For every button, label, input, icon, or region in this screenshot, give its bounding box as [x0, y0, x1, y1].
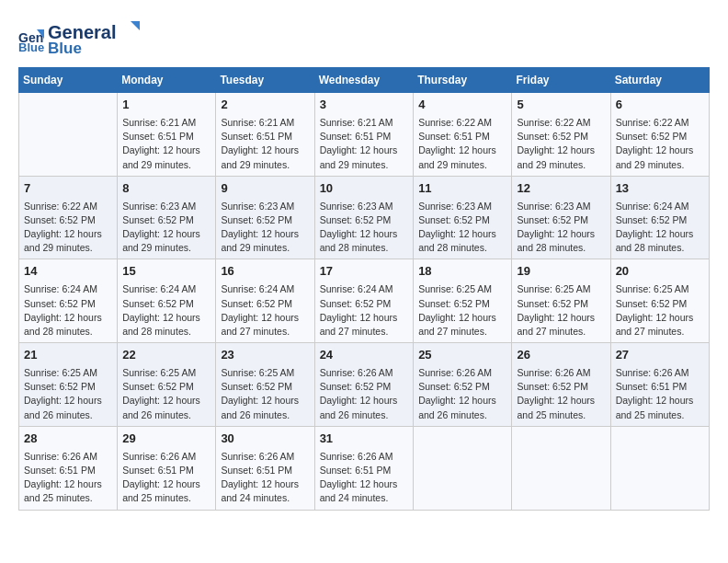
day-cell: 12Sunrise: 6:23 AM Sunset: 6:52 PM Dayli… — [512, 176, 610, 259]
day-number: 6 — [616, 97, 704, 114]
day-cell: 13Sunrise: 6:24 AM Sunset: 6:52 PM Dayli… — [610, 176, 709, 259]
day-cell: 7Sunrise: 6:22 AM Sunset: 6:52 PM Daylig… — [19, 176, 118, 259]
day-info: Sunrise: 6:25 AM Sunset: 6:52 PM Dayligh… — [418, 282, 506, 339]
day-info: Sunrise: 6:25 AM Sunset: 6:52 PM Dayligh… — [122, 366, 210, 422]
day-info: Sunrise: 6:26 AM Sunset: 6:51 PM Dayligh… — [24, 450, 112, 506]
day-cell — [610, 426, 709, 510]
day-info: Sunrise: 6:21 AM Sunset: 6:51 PM Dayligh… — [320, 116, 409, 172]
day-cell: 14Sunrise: 6:24 AM Sunset: 6:52 PM Dayli… — [19, 259, 118, 343]
logo-icon: General Blue — [18, 26, 44, 52]
calendar-table: SundayMondayTuesdayWednesdayThursdayFrid… — [18, 67, 710, 511]
day-cell: 2Sunrise: 6:21 AM Sunset: 6:51 PM Daylig… — [216, 93, 314, 177]
day-info: Sunrise: 6:23 AM Sunset: 6:52 PM Dayligh… — [418, 200, 506, 256]
day-number: 17 — [320, 263, 409, 281]
day-number: 19 — [517, 263, 605, 281]
day-info: Sunrise: 6:24 AM Sunset: 6:52 PM Dayligh… — [616, 200, 704, 256]
day-number: 31 — [320, 431, 409, 448]
day-number: 3 — [320, 97, 409, 114]
day-cell: 30Sunrise: 6:26 AM Sunset: 6:51 PM Dayli… — [216, 426, 314, 510]
day-number: 12 — [517, 180, 605, 198]
day-number: 26 — [517, 347, 605, 364]
day-info: Sunrise: 6:25 AM Sunset: 6:52 PM Dayligh… — [616, 282, 704, 339]
week-row-3: 14Sunrise: 6:24 AM Sunset: 6:52 PM Dayli… — [19, 259, 710, 343]
day-info: Sunrise: 6:21 AM Sunset: 6:51 PM Dayligh… — [221, 116, 309, 172]
day-number: 9 — [221, 180, 309, 198]
day-cell: 5Sunrise: 6:22 AM Sunset: 6:52 PM Daylig… — [512, 93, 610, 177]
day-info: Sunrise: 6:23 AM Sunset: 6:52 PM Dayligh… — [221, 200, 309, 256]
day-number: 18 — [418, 263, 506, 281]
header-cell-saturday: Saturday — [610, 68, 709, 93]
logo: General Blue General Blue — [18, 18, 140, 58]
day-cell: 22Sunrise: 6:25 AM Sunset: 6:52 PM Dayli… — [118, 343, 216, 427]
day-number: 5 — [517, 97, 605, 114]
day-cell: 19Sunrise: 6:25 AM Sunset: 6:52 PM Dayli… — [512, 259, 610, 343]
day-cell: 15Sunrise: 6:24 AM Sunset: 6:52 PM Dayli… — [118, 259, 216, 343]
day-number: 21 — [24, 347, 112, 364]
day-info: Sunrise: 6:26 AM Sunset: 6:51 PM Dayligh… — [616, 366, 704, 422]
day-info: Sunrise: 6:26 AM Sunset: 6:52 PM Dayligh… — [517, 366, 605, 422]
header-cell-sunday: Sunday — [19, 68, 118, 93]
day-info: Sunrise: 6:23 AM Sunset: 6:52 PM Dayligh… — [122, 200, 210, 256]
day-number: 11 — [418, 180, 506, 198]
day-info: Sunrise: 6:24 AM Sunset: 6:52 PM Dayligh… — [122, 282, 210, 339]
day-cell: 17Sunrise: 6:24 AM Sunset: 6:52 PM Dayli… — [314, 259, 414, 343]
day-info: Sunrise: 6:25 AM Sunset: 6:52 PM Dayligh… — [24, 366, 112, 422]
day-info: Sunrise: 6:21 AM Sunset: 6:51 PM Dayligh… — [122, 116, 210, 172]
day-number: 20 — [616, 263, 704, 281]
day-info: Sunrise: 6:26 AM Sunset: 6:51 PM Dayligh… — [221, 450, 309, 506]
day-info: Sunrise: 6:23 AM Sunset: 6:52 PM Dayligh… — [320, 200, 409, 256]
header-cell-monday: Monday — [118, 68, 216, 93]
day-info: Sunrise: 6:22 AM Sunset: 6:52 PM Dayligh… — [517, 116, 605, 172]
day-cell: 18Sunrise: 6:25 AM Sunset: 6:52 PM Dayli… — [414, 259, 512, 343]
day-number: 8 — [122, 180, 210, 198]
day-cell: 31Sunrise: 6:26 AM Sunset: 6:51 PM Dayli… — [314, 426, 414, 510]
day-info: Sunrise: 6:24 AM Sunset: 6:52 PM Dayligh… — [221, 282, 309, 339]
header-cell-thursday: Thursday — [414, 68, 512, 93]
day-cell: 28Sunrise: 6:26 AM Sunset: 6:51 PM Dayli… — [19, 426, 118, 510]
day-number: 10 — [320, 180, 409, 198]
page-header: General Blue General Blue — [18, 18, 710, 58]
day-cell: 23Sunrise: 6:25 AM Sunset: 6:52 PM Dayli… — [216, 343, 314, 427]
day-number: 23 — [221, 347, 309, 364]
day-cell: 21Sunrise: 6:25 AM Sunset: 6:52 PM Dayli… — [19, 343, 118, 427]
header-row: SundayMondayTuesdayWednesdayThursdayFrid… — [19, 68, 710, 93]
logo-bird-icon — [119, 18, 140, 39]
day-info: Sunrise: 6:22 AM Sunset: 6:52 PM Dayligh… — [24, 200, 112, 256]
day-info: Sunrise: 6:26 AM Sunset: 6:52 PM Dayligh… — [418, 366, 506, 422]
day-info: Sunrise: 6:22 AM Sunset: 6:52 PM Dayligh… — [616, 116, 704, 172]
day-cell: 25Sunrise: 6:26 AM Sunset: 6:52 PM Dayli… — [414, 343, 512, 427]
day-cell: 9Sunrise: 6:23 AM Sunset: 6:52 PM Daylig… — [216, 176, 314, 259]
day-info: Sunrise: 6:24 AM Sunset: 6:52 PM Dayligh… — [320, 282, 409, 339]
day-cell — [19, 93, 118, 177]
day-info: Sunrise: 6:26 AM Sunset: 6:52 PM Dayligh… — [320, 366, 409, 422]
day-number: 13 — [616, 180, 704, 198]
day-cell — [414, 426, 512, 510]
day-number: 2 — [221, 97, 309, 114]
day-cell — [512, 426, 610, 510]
day-number: 25 — [418, 347, 506, 364]
svg-marker-3 — [131, 21, 140, 30]
day-cell: 24Sunrise: 6:26 AM Sunset: 6:52 PM Dayli… — [314, 343, 414, 427]
day-number: 24 — [320, 347, 409, 364]
day-number: 1 — [122, 97, 210, 114]
day-cell: 29Sunrise: 6:26 AM Sunset: 6:51 PM Dayli… — [118, 426, 216, 510]
day-number: 27 — [616, 347, 704, 364]
header-cell-wednesday: Wednesday — [314, 68, 414, 93]
day-cell: 11Sunrise: 6:23 AM Sunset: 6:52 PM Dayli… — [414, 176, 512, 259]
week-row-4: 21Sunrise: 6:25 AM Sunset: 6:52 PM Dayli… — [19, 343, 710, 427]
day-number: 22 — [122, 347, 210, 364]
day-info: Sunrise: 6:26 AM Sunset: 6:51 PM Dayligh… — [320, 450, 409, 506]
day-info: Sunrise: 6:22 AM Sunset: 6:51 PM Dayligh… — [418, 116, 506, 172]
day-number: 30 — [221, 431, 309, 448]
day-cell: 8Sunrise: 6:23 AM Sunset: 6:52 PM Daylig… — [118, 176, 216, 259]
day-cell: 10Sunrise: 6:23 AM Sunset: 6:52 PM Dayli… — [314, 176, 414, 259]
day-number: 4 — [418, 97, 506, 114]
day-info: Sunrise: 6:23 AM Sunset: 6:52 PM Dayligh… — [517, 200, 605, 256]
day-info: Sunrise: 6:25 AM Sunset: 6:52 PM Dayligh… — [517, 282, 605, 339]
day-cell: 27Sunrise: 6:26 AM Sunset: 6:51 PM Dayli… — [610, 343, 709, 427]
header-cell-tuesday: Tuesday — [216, 68, 314, 93]
day-number: 14 — [24, 263, 112, 281]
svg-text:Blue: Blue — [18, 40, 44, 52]
day-number: 29 — [122, 431, 210, 448]
day-cell: 26Sunrise: 6:26 AM Sunset: 6:52 PM Dayli… — [512, 343, 610, 427]
